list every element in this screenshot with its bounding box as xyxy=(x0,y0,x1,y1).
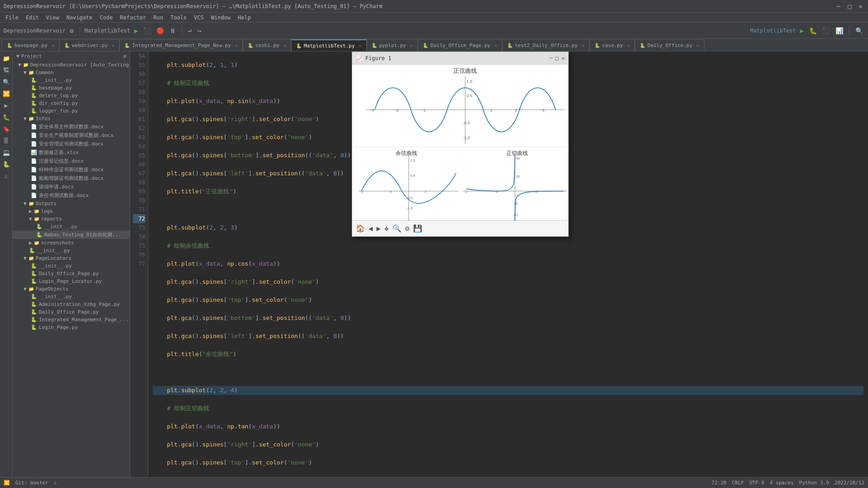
fig-move-btn[interactable]: ✥ xyxy=(384,224,389,233)
tab-ceshi[interactable]: 🐍 ceshi.py ✕ xyxy=(243,39,291,51)
tree-reports-naban[interactable]: 🐍 Naban_Testing_01自动化测... xyxy=(13,230,130,239)
tab-integrated[interactable]: 🐍 Integrated_Management_Page_New.py ✕ xyxy=(119,39,243,51)
menu-navigate[interactable]: Navigate xyxy=(63,14,96,22)
tree-dir-config[interactable]: 🐍 dir_config.py xyxy=(13,99,130,107)
tab-close-icon5[interactable]: ✕ xyxy=(359,43,362,48)
tree-xlsx1[interactable]: 📊 数据修正表.xlsx xyxy=(13,148,130,157)
forward-button[interactable]: ↪ xyxy=(196,26,203,35)
fig-back-btn[interactable]: ◀ xyxy=(368,224,373,233)
fig-zoom-btn[interactable]: 🔍 xyxy=(392,224,401,233)
tab-close-icon3[interactable]: ✕ xyxy=(235,43,238,48)
tree-common[interactable]: ▼ 📁 Common xyxy=(13,69,130,76)
tree-delete-log[interactable]: 🐍 delete_log.py xyxy=(13,92,130,99)
minimize-button[interactable]: ─ xyxy=(835,3,842,10)
tree-init-py[interactable]: 🐍 __init__.py xyxy=(13,76,130,84)
tree-docx6[interactable]: 📄 船舶驾驶证书测试数据.docx xyxy=(13,174,130,183)
tab-close-icon[interactable]: ✕ xyxy=(52,43,54,48)
tree-reports[interactable]: ▼ 📁 reports xyxy=(13,215,130,223)
fig-save-btn[interactable]: 💾 xyxy=(413,224,422,233)
database-tool-btn[interactable]: 🗄 xyxy=(1,136,11,145)
project-header[interactable]: ▼ Project ⚙ xyxy=(13,52,130,61)
tab-close-icon8[interactable]: ✕ xyxy=(582,43,585,48)
back-button[interactable]: ↩ xyxy=(187,26,193,35)
tree-docx2[interactable]: 📄 安全生产规章制度测试数据.docx xyxy=(13,131,130,140)
close-button[interactable]: ✕ xyxy=(857,3,864,10)
menu-run[interactable]: Run xyxy=(150,14,167,22)
menu-tools[interactable]: Tools xyxy=(167,14,190,22)
tree-po-init[interactable]: 🐍 __init__.py xyxy=(13,293,130,300)
run-button[interactable]: ▶ xyxy=(133,26,139,35)
tab-matplotlibtest[interactable]: 🐍 MatplotlibTest.py ✕ xyxy=(291,39,367,51)
tree-logger-fun[interactable]: 🐍 logger_fun.py xyxy=(13,107,130,115)
tab-close-icon2[interactable]: ✕ xyxy=(112,43,114,48)
tree-login-page-locator[interactable]: 🐍 Login_Page_Locator.py xyxy=(13,277,130,285)
figure-close-btn[interactable]: ✕ xyxy=(561,55,565,61)
tab-test2[interactable]: 🐍 test2_Daily_Office.py ✕ xyxy=(502,39,590,51)
project-gear-icon[interactable]: ⚙ xyxy=(123,53,126,59)
tree-basepage[interactable]: 🐍 basepage.py xyxy=(13,84,130,92)
tree-infos[interactable]: ▼ 📁 Infos xyxy=(13,115,130,122)
problems-btn[interactable]: ⚠ xyxy=(1,171,11,181)
tab-close-icon9[interactable]: ✕ xyxy=(627,43,630,48)
toolbar-settings-btn[interactable]: ⚙ xyxy=(68,26,75,35)
tree-admin-xzbg[interactable]: 🐍 Administration_Xzbg_Page.py xyxy=(13,300,130,308)
tab-close-icon4[interactable]: ✕ xyxy=(283,43,286,48)
tab-close-icon10[interactable]: ✕ xyxy=(697,43,699,48)
menu-window[interactable]: Window xyxy=(208,14,234,22)
tree-po-daily[interactable]: 🐍 Daily_Office_Page.py xyxy=(13,308,130,316)
tree-po-integrated[interactable]: 🐍 Integrated_Management_Page_... xyxy=(13,316,130,324)
tab-daily-office2[interactable]: 🐍 Daily_Office.py ✕ xyxy=(635,39,704,51)
tab-basepage[interactable]: 🐍 basepage.py ✕ xyxy=(2,39,59,51)
tab-daily-office[interactable]: 🐍 Daily_Office_Page.py ✕ xyxy=(418,39,502,51)
figure-maximize-btn[interactable]: □ xyxy=(556,55,559,61)
tree-daily-office-locator[interactable]: 🐍 Daily_Office_Page.py xyxy=(13,270,130,277)
tree-pl-init[interactable]: 🐍 __init__.py xyxy=(13,262,130,270)
fig-home-btn[interactable]: 🏠 xyxy=(356,224,365,233)
vcs-tool-btn[interactable]: 🔀 xyxy=(1,89,11,99)
debug-stop-btn[interactable]: 🔴 xyxy=(155,26,165,35)
bookmark-tool-btn[interactable]: 🔖 xyxy=(1,124,11,134)
stop-button[interactable]: ⬛ xyxy=(142,26,152,35)
menu-edit[interactable]: Edit xyxy=(22,14,42,22)
debug-button[interactable]: 🐛 xyxy=(808,26,818,35)
debug-tool-btn[interactable]: 🐛 xyxy=(1,112,11,122)
fig-config-btn[interactable]: ⚙ xyxy=(405,224,410,233)
tab-close-icon6[interactable]: ✕ xyxy=(410,43,413,48)
menu-file[interactable]: File xyxy=(2,14,22,22)
figure-minimize-btn[interactable]: ─ xyxy=(549,55,552,61)
tree-outputs[interactable]: ▼ 📁 Outputs xyxy=(13,200,130,207)
tab-webdriver[interactable]: 🐍 webdriver.py ✕ xyxy=(59,39,120,51)
tree-docx4[interactable]: 📄 注册登记信息.docx xyxy=(13,157,130,165)
toolbar-search[interactable]: 🔍 xyxy=(854,26,864,35)
tree-page-objects[interactable]: ▼ 📁 PageObjects xyxy=(13,285,130,293)
tab-close-icon7[interactable]: ✕ xyxy=(495,43,497,48)
coverage-button[interactable]: 📊 xyxy=(834,26,844,35)
run2-button[interactable]: ▶ xyxy=(799,26,805,35)
tree-docx5[interactable]: 📄 特种作业证书测试数据.docx xyxy=(13,165,130,174)
tree-page-locators[interactable]: ▼ 📁 PageLocators xyxy=(13,254,130,262)
tree-reports-init[interactable]: 🐍 __init__.py xyxy=(13,223,130,230)
run-tool-btn[interactable]: ▶ xyxy=(1,100,11,110)
menu-code[interactable]: Code xyxy=(96,14,117,22)
tree-po-login[interactable]: 🐍 Login_Page.py xyxy=(13,324,130,331)
maximize-button[interactable]: □ xyxy=(846,3,853,10)
tree-root[interactable]: ▼ 📁 DepressionReservoir [Auto_Testing_..… xyxy=(13,61,130,69)
pause-button[interactable]: ⏸ xyxy=(168,26,177,35)
fig-forward-btn[interactable]: ▶ xyxy=(377,224,381,233)
tree-docx3[interactable]: 📄 安全管理证书测试数据.docx xyxy=(13,140,130,148)
tab-pyplot[interactable]: 🐍 pyplot.py ✕ xyxy=(367,39,418,51)
tree-docx1[interactable]: 📄 安全体系文件测试数据.docx xyxy=(13,122,130,131)
menu-vcs[interactable]: VCS xyxy=(190,14,208,22)
terminal-tool-btn[interactable]: 💻 xyxy=(1,147,11,157)
tree-logs[interactable]: ▶ 📁 logs xyxy=(13,207,130,215)
menu-view[interactable]: View xyxy=(42,14,63,22)
menu-refactor[interactable]: Refactor xyxy=(116,14,150,22)
search-tool-btn[interactable]: 🔍 xyxy=(1,77,11,87)
project-tool-btn[interactable]: 📁 xyxy=(1,53,11,63)
structure-tool-btn[interactable]: 🏗 xyxy=(1,65,11,75)
python-console-btn[interactable]: 🐍 xyxy=(1,159,11,169)
tree-outputs-init[interactable]: 🐍 __init__.py xyxy=(13,247,130,254)
tree-screenshots[interactable]: ▶ 📁 screenshots xyxy=(13,239,130,247)
menu-help[interactable]: Help xyxy=(234,14,255,22)
stop2-button[interactable]: ⬛ xyxy=(821,26,831,35)
